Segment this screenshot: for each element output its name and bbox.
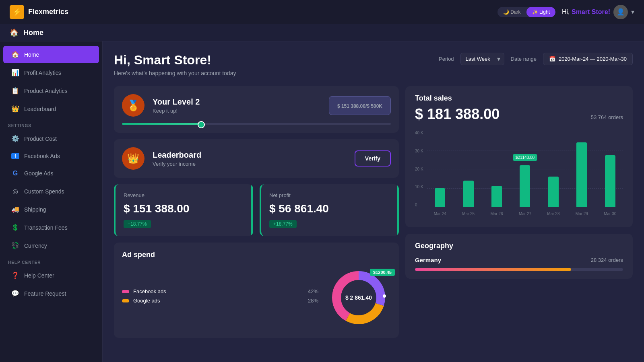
sidebar-item-leaderboard[interactable]: 👑 Leaderboard xyxy=(3,100,99,117)
period-wrapper: Last Week Last Month Last Year xyxy=(460,53,504,65)
main-layout: 🏠 Home 📊 Profit Analytics 📋 Product Anal… xyxy=(0,41,644,362)
sidebar-item-google-ads[interactable]: G Google Ads xyxy=(3,165,99,182)
facebook-icon: f xyxy=(11,153,19,159)
date-range-value: 2020-Mar-24 — 2020-Mar-30 xyxy=(559,56,627,62)
ad-spend-card: Ad spend Facebook ads 42% Google ads xyxy=(114,243,399,338)
sidebar-item-feature-request[interactable]: 💬 Feature Request xyxy=(3,285,99,302)
verify-button[interactable]: Verify xyxy=(355,150,391,167)
right-column: Total sales $ 181 388.00 53 764 orders 4… xyxy=(405,86,633,338)
facebook-legend-pct: 42% xyxy=(308,288,318,294)
page-header: Hi, Smart Store! Here's what's happening… xyxy=(114,53,633,76)
avatar: 👤 xyxy=(613,5,628,19)
topbar-right: 🌙 Dark ✨ Light Hi, Smart Store! 👤 ▾ xyxy=(497,5,634,19)
theme-toggle: 🌙 Dark ✨ Light xyxy=(497,7,555,17)
level-subtitle: Keep it up! xyxy=(153,108,200,114)
help-icon: ❓ xyxy=(11,272,19,279)
level-amount-suffix: /$ 500K xyxy=(365,103,382,109)
crown-icon: 👑 xyxy=(11,105,19,113)
leaderboard-info: Leaderboard Verify your income xyxy=(153,150,201,167)
calendar-icon: 📅 xyxy=(549,56,555,62)
sidebar-item-facebook-ads[interactable]: f Facebook Ads xyxy=(3,148,99,164)
bar-mar30 xyxy=(605,155,615,207)
y-label-30k: 30 K xyxy=(415,149,426,153)
left-column: 🏅 Your Level 2 Keep it up! $ 151 388.00/… xyxy=(114,86,399,338)
google-icon: G xyxy=(11,170,19,177)
fees-icon: 💲 xyxy=(11,224,19,231)
bar-tooltip-mar27: $21143.00 xyxy=(513,154,537,161)
germany-orders: 28 324 orders xyxy=(591,257,623,263)
logo-icon: ⚡ xyxy=(10,5,24,19)
bar-label-mar24: Mar 24 xyxy=(434,212,446,216)
sidebar-item-currency-label: Currency xyxy=(24,243,47,249)
bar-label-mar25: Mar 25 xyxy=(462,212,475,216)
profit-label: Net profit xyxy=(269,192,391,198)
germany-bar-fill xyxy=(415,268,571,271)
user-area[interactable]: Hi, Smart Store! 👤 ▾ xyxy=(562,5,634,19)
sidebar-item-product-cost-label: Product Cost xyxy=(24,136,57,142)
total-sales-value: $ 181 388.00 xyxy=(415,106,500,123)
sidebar-item-help-center[interactable]: ❓ Help Center xyxy=(3,267,99,284)
user-greeting: Hi, Smart Store! xyxy=(562,8,610,16)
home-icon: 🏠 xyxy=(11,51,19,58)
sidebar-item-custom-spends[interactable]: ◎ Custom Spends xyxy=(3,183,99,200)
sidebar-item-profit-label: Profit Analytics xyxy=(24,70,61,76)
currency-icon: 💱 xyxy=(11,242,19,249)
bar-group-mar29: Mar 29 xyxy=(569,131,594,207)
sidebar-item-transaction-fees-label: Transaction Fees xyxy=(24,224,68,231)
date-range-display[interactable]: 📅 2020-Mar-24 — 2020-Mar-30 xyxy=(543,53,633,65)
chevron-down-icon: ▾ xyxy=(631,8,634,16)
custom-spends-icon: ◎ xyxy=(11,187,19,195)
bar-group-mar27: $21143.00 Mar 27 xyxy=(512,131,538,207)
donut-center: $ 2 861.40 xyxy=(345,294,372,301)
total-sales-orders: 53 764 orders xyxy=(591,114,623,120)
dark-mode-button[interactable]: 🌙 Dark xyxy=(497,7,526,17)
sidebar-item-facebook-ads-label: Facebook Ads xyxy=(24,153,60,159)
geography-card: Geography Germany 28 324 orders xyxy=(405,234,633,279)
shipping-icon: 🚚 xyxy=(11,206,19,213)
level-icon: 🏅 xyxy=(122,94,144,117)
leaderboard-subtitle: Verify your income xyxy=(153,161,201,167)
bar-mar25 xyxy=(463,181,474,208)
home-page-icon: 🏠 xyxy=(10,28,19,37)
sidebar-item-shipping-label: Shipping xyxy=(24,206,46,213)
sidebar-item-product-analytics[interactable]: 📋 Product Analytics xyxy=(3,82,99,99)
bar-group-mar30: Mar 30 xyxy=(597,131,623,207)
bar-label-mar27: Mar 27 xyxy=(519,212,531,216)
progress-track xyxy=(122,123,391,125)
level-amount: $ 151 388.00/$ 500K xyxy=(329,96,391,115)
bar-group-mar26: Mar 26 xyxy=(484,131,510,207)
ad-spend-title: Ad spend xyxy=(122,251,391,259)
sidebar-item-feature-request-label: Feature Request xyxy=(24,290,66,297)
level-card-content: 🏅 Your Level 2 Keep it up! $ 151 388.00/… xyxy=(122,94,391,117)
page-title-area: Hi, Smart Store! Here's what's happening… xyxy=(114,53,236,76)
bar-label-mar30: Mar 30 xyxy=(604,212,616,216)
germany-bar-track xyxy=(415,268,623,271)
germany-row: Germany 28 324 orders xyxy=(415,257,623,263)
home-header-bar: 🏠 Home xyxy=(0,24,644,41)
settings-section-label: SETTINGS xyxy=(0,118,102,130)
sidebar-item-product-cost[interactable]: ⚙️ Product Cost xyxy=(3,130,99,147)
sidebar-item-home[interactable]: 🏠 Home xyxy=(3,46,99,63)
sidebar-item-profit-analytics[interactable]: 📊 Profit Analytics xyxy=(3,64,99,81)
sidebar-item-currency[interactable]: 💱 Currency xyxy=(3,237,99,254)
total-sales-card: Total sales $ 181 388.00 53 764 orders 4… xyxy=(405,86,633,227)
y-label-20k: 20 K xyxy=(415,167,426,171)
sidebar-item-product-label: Product Analytics xyxy=(24,88,67,94)
bars-wrapper: Mar 24 Mar 25 Mar 26 xyxy=(427,131,623,207)
help-section-label: HELP CENTER xyxy=(0,255,102,266)
sidebar-item-transaction-fees[interactable]: 💲 Transaction Fees xyxy=(3,219,99,236)
two-col-layout: 🏅 Your Level 2 Keep it up! $ 151 388.00/… xyxy=(114,86,633,338)
donut-chart: $ 2 861.40 $1200.45 xyxy=(326,265,391,330)
page-controls: Period Last Week Last Month Last Year Da… xyxy=(439,53,633,65)
period-select[interactable]: Last Week Last Month Last Year xyxy=(460,53,504,65)
bar-group-mar25: Mar 25 xyxy=(455,131,481,207)
bar-mar29 xyxy=(576,142,587,208)
bar-mar26 xyxy=(491,186,502,207)
light-mode-button[interactable]: ✨ Light xyxy=(526,7,555,17)
sidebar-item-shipping[interactable]: 🚚 Shipping xyxy=(3,201,99,218)
revenue-badge: +18.77% xyxy=(124,220,151,228)
leaderboard-card: 👑 Leaderboard Verify your income Verify xyxy=(114,139,399,178)
gear-icon: ⚙️ xyxy=(11,135,19,142)
logo-text: Flexmetrics xyxy=(28,8,68,16)
bar-chart-container: 40 K 30 K 20 K 10 K 0 xyxy=(415,131,623,219)
